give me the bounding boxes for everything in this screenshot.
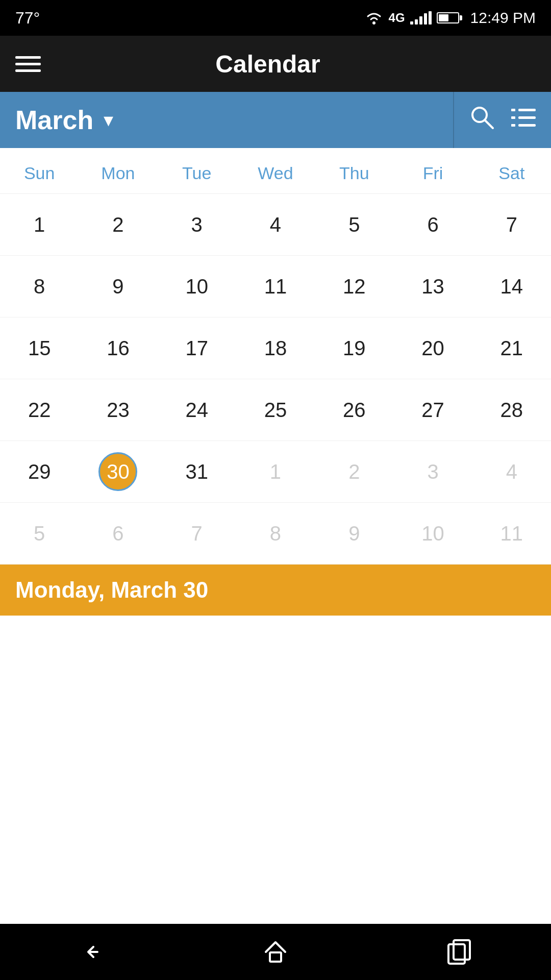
week-row-1: 891011121314 <box>0 256 551 317</box>
day-cell[interactable]: 17 <box>158 317 236 379</box>
status-bar: 77° 4G 12:49 PM <box>0 0 551 36</box>
signal-icon <box>410 11 432 24</box>
week-row-0: 1234567 <box>0 194 551 256</box>
day-number: 5 <box>335 205 373 244</box>
day-cell[interactable]: 6 <box>79 503 157 564</box>
day-number: 7 <box>492 205 531 244</box>
menu-line-2 <box>15 63 41 65</box>
recents-button[interactable] <box>439 932 480 972</box>
svg-rect-7 <box>511 116 515 119</box>
svg-rect-4 <box>518 116 536 119</box>
day-cell[interactable]: 7 <box>158 503 236 564</box>
menu-line-3 <box>15 69 41 72</box>
day-cell[interactable]: 1 <box>0 194 79 255</box>
day-header-tue: Tue <box>158 158 236 188</box>
day-cell[interactable]: 8 <box>0 256 79 317</box>
day-number: 3 <box>178 205 216 244</box>
network-label: 4G <box>389 11 405 25</box>
svg-rect-5 <box>518 124 536 127</box>
day-number: 11 <box>492 514 531 553</box>
day-cell[interactable]: 28 <box>472 379 551 440</box>
day-cell[interactable]: 24 <box>158 379 236 440</box>
day-number: 18 <box>256 329 295 368</box>
day-cell[interactable]: 4 <box>472 441 551 502</box>
day-cell[interactable]: 23 <box>79 379 157 440</box>
day-number: 4 <box>256 205 295 244</box>
day-cell[interactable]: 15 <box>0 317 79 379</box>
day-cell[interactable]: 10 <box>158 256 236 317</box>
day-cell[interactable]: 10 <box>393 503 472 564</box>
day-cell[interactable]: 9 <box>79 256 157 317</box>
wifi-icon <box>364 10 384 26</box>
day-cell[interactable]: 11 <box>472 503 551 564</box>
bottom-nav <box>0 924 551 980</box>
svg-line-2 <box>485 120 493 128</box>
day-cell[interactable]: 30 <box>79 441 157 502</box>
day-cell[interactable]: 16 <box>79 317 157 379</box>
day-cell[interactable]: 13 <box>393 256 472 317</box>
svg-rect-8 <box>511 124 515 127</box>
day-number: 1 <box>20 205 59 244</box>
menu-button[interactable] <box>15 56 41 72</box>
svg-point-0 <box>372 21 375 24</box>
month-name: March <box>15 105 93 135</box>
day-cell[interactable]: 19 <box>315 317 393 379</box>
day-cell[interactable]: 7 <box>472 194 551 255</box>
day-number: 1 <box>256 452 295 491</box>
day-number: 25 <box>256 390 295 429</box>
day-cell[interactable]: 6 <box>393 194 472 255</box>
day-cell[interactable]: 21 <box>472 317 551 379</box>
day-cell[interactable]: 3 <box>158 194 236 255</box>
day-number: 3 <box>414 452 453 491</box>
selected-date-label: Monday, March 30 <box>15 577 208 603</box>
day-number: 9 <box>98 267 137 306</box>
day-number: 28 <box>492 390 531 429</box>
svg-rect-3 <box>518 109 536 111</box>
day-number: 22 <box>20 390 59 429</box>
day-number: 14 <box>492 267 531 306</box>
day-cell[interactable]: 12 <box>315 256 393 317</box>
day-cell[interactable]: 29 <box>0 441 79 502</box>
day-number: 2 <box>335 452 373 491</box>
search-icon[interactable] <box>469 105 495 136</box>
day-number: 29 <box>20 452 59 491</box>
day-cell[interactable]: 22 <box>0 379 79 440</box>
day-number: 20 <box>414 329 453 368</box>
day-cell[interactable]: 25 <box>236 379 315 440</box>
day-cell[interactable]: 20 <box>393 317 472 379</box>
day-cell[interactable]: 31 <box>158 441 236 502</box>
day-cell[interactable]: 1 <box>236 441 315 502</box>
day-cell[interactable]: 3 <box>393 441 472 502</box>
day-number: 10 <box>414 514 453 553</box>
day-number: 23 <box>98 390 137 429</box>
day-number: 4 <box>492 452 531 491</box>
back-button[interactable] <box>71 932 112 972</box>
list-view-icon[interactable] <box>510 106 536 134</box>
home-button[interactable] <box>255 932 296 972</box>
day-number: 8 <box>256 514 295 553</box>
battery-icon <box>437 12 462 23</box>
day-cell[interactable]: 18 <box>236 317 315 379</box>
day-header-mon: Mon <box>79 158 157 188</box>
day-number: 11 <box>256 267 295 306</box>
day-cell[interactable]: 2 <box>79 194 157 255</box>
day-number: 6 <box>98 514 137 553</box>
day-cell[interactable]: 11 <box>236 256 315 317</box>
day-cell[interactable]: 26 <box>315 379 393 440</box>
day-cell[interactable]: 8 <box>236 503 315 564</box>
day-cell[interactable]: 27 <box>393 379 472 440</box>
day-cell[interactable]: 5 <box>315 194 393 255</box>
day-number: 31 <box>178 452 216 491</box>
temperature: 77° <box>15 9 40 28</box>
day-headers: SunMonTueWedThuFriSat <box>0 148 551 194</box>
day-header-sun: Sun <box>0 158 79 188</box>
month-selector[interactable]: March ▾ <box>0 92 454 148</box>
calendar-grid: 1234567891011121314151617181920212223242… <box>0 194 551 565</box>
day-cell[interactable]: 9 <box>315 503 393 564</box>
day-cell[interactable]: 14 <box>472 256 551 317</box>
day-cell[interactable]: 4 <box>236 194 315 255</box>
day-number: 6 <box>414 205 453 244</box>
day-number: 26 <box>335 390 373 429</box>
day-cell[interactable]: 5 <box>0 503 79 564</box>
day-cell[interactable]: 2 <box>315 441 393 502</box>
